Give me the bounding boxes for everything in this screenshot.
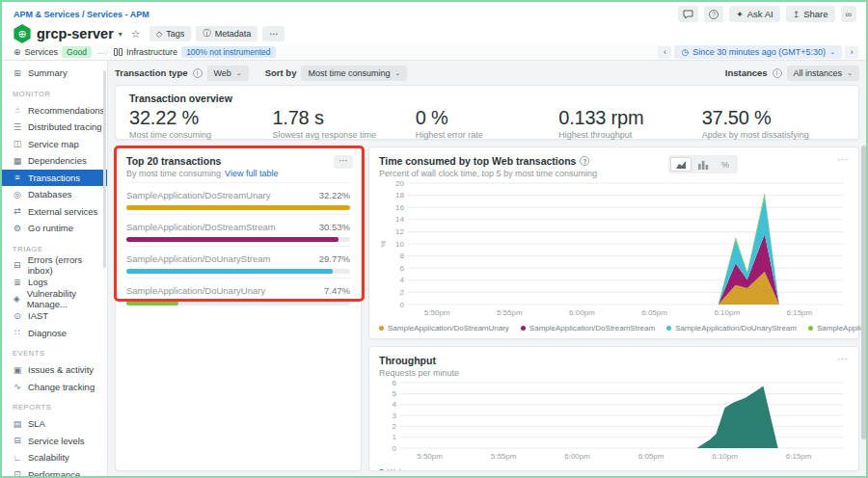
transaction-bar-track [126, 301, 350, 305]
legend-label: Web [388, 467, 403, 471]
sla-icon: ▤ [13, 419, 22, 429]
runtime-gear-icon: ⚙ [13, 224, 22, 233]
ask-ai-button[interactable]: ✦Ask AI [729, 6, 779, 22]
service-chevron-down-icon[interactable]: ▾ [119, 30, 122, 39]
transactions-icon: ≡ [13, 173, 22, 182]
legend-item-sampleapplication-dostreamstream[interactable]: SampleApplication/DoStreamStream [521, 324, 655, 332]
tags-button[interactable]: ◇Tags [149, 26, 192, 41]
services-label[interactable]: Services [25, 47, 59, 57]
time-consumed-panel: Time consumed by top Web transactions? P… [368, 146, 859, 339]
sparkle-icon: ✦ [736, 10, 744, 19]
svg-text:5: 5 [393, 389, 397, 398]
svg-text:6:05pm: 6:05pm [641, 308, 667, 317]
info-icon[interactable]: i [193, 68, 203, 78]
service-name[interactable]: grcp-server [37, 26, 114, 41]
sidebar-item-service-map[interactable]: ◫Service map [2, 136, 107, 153]
sidebar-item-performance[interactable]: ⊡Performance [2, 466, 107, 477]
legend-item-sampleapplication-dounarystream[interactable]: SampleApplication/DoUnaryStream [666, 324, 797, 332]
transaction-bar [126, 301, 178, 305]
svg-text:20: 20 [395, 179, 404, 188]
transaction-name: SampleApplication/DoStreamUnary [126, 190, 270, 200]
legend-label: SampleApplication/DoUnaryUnary [817, 324, 866, 332]
throughput-subtitle: Requests per minute [379, 368, 459, 378]
transaction-row[interactable]: SampleApplication/DoUnaryStream29.77% [126, 246, 350, 278]
legend-dot-icon [379, 469, 384, 471]
tag-icon: ◇ [156, 29, 163, 39]
transaction-row[interactable]: SampleApplication/DoUnaryUnary7.47% [126, 278, 350, 309]
time-consumed-chart[interactable]: 024681012141618205:50pm5:55pm6:00pm6:05p… [379, 178, 851, 319]
time-picker-label: Since 30 minutes ago (GMT+5:30) [692, 47, 826, 57]
databases-icon: ◎ [13, 190, 22, 199]
sidebar-item-summary[interactable]: ⊞Summary [2, 65, 107, 82]
copy-link-button[interactable]: ∞ [841, 6, 856, 22]
legend-item-sampleapplication-dostreamunary[interactable]: SampleApplication/DoStreamUnary [379, 324, 509, 332]
sidebar-item-vulnerability-manage[interactable]: ◈Vulnerability Manage... [2, 291, 107, 308]
sidebar-item-recommendations[interactable]: ☝Recommendations [2, 102, 107, 120]
main-scrollbar[interactable] [861, 146, 866, 439]
time-next-button[interactable]: › [845, 46, 858, 59]
breadcrumb[interactable]: APM & Services / Services - APM [14, 10, 149, 19]
sidebar-item-label: Recommendations [28, 105, 104, 116]
bar-chart-toggle[interactable] [692, 157, 714, 172]
feedback-button[interactable] [678, 6, 698, 22]
metadata-button[interactable]: ⓘMetadata [196, 26, 258, 41]
sidebar-item-scalability[interactable]: ∟Scalability [2, 449, 107, 466]
services-status-badge: Good [62, 46, 92, 58]
sidebar-item-diagnose[interactable]: ∷Diagnose [2, 325, 107, 342]
sidebar-item-transactions[interactable]: ≡Transactions [2, 170, 107, 187]
help-icon[interactable]: ? [580, 156, 589, 166]
transaction-row[interactable]: SampleApplication/DoStreamStream30.53% [126, 214, 350, 246]
service-hexagon-icon: ⊕ [13, 24, 32, 43]
tags-label: Tags [166, 29, 184, 39]
help-button[interactable]: ? [704, 6, 723, 22]
sidebar-item-label: Service levels [28, 436, 85, 446]
svg-text:6:00pm: 6:00pm [564, 452, 590, 461]
iast-icon: ⊙ [13, 311, 22, 321]
app-header: APM & Services / Services - APM ? ✦Ask A… [2, 2, 866, 61]
instances-select[interactable]: All instances⌄ [787, 66, 859, 81]
area-chart-toggle[interactable] [670, 157, 692, 172]
sidebar-item-label: Performance [28, 469, 80, 476]
favorite-star-icon[interactable]: ☆ [131, 28, 141, 40]
sidebar-item-databases[interactable]: ◎Databases [2, 186, 107, 203]
info-icon[interactable]: i [773, 68, 782, 78]
top20-more-button[interactable]: ⋯ [334, 155, 353, 169]
transaction-row[interactable]: SampleApplication/DoStreamUnary32.22% [126, 182, 350, 214]
sidebar-item-iast[interactable]: ⊙IAST [2, 307, 107, 325]
legend-item-web[interactable]: Web [379, 467, 403, 471]
transaction-type-select[interactable]: Web⌄ [207, 66, 249, 81]
share-button[interactable]: ↥Share [786, 6, 835, 22]
transaction-name: SampleApplication/DoUnaryUnary [126, 285, 265, 296]
sidebar-item-label: Transactions [28, 173, 80, 183]
time-prev-button[interactable]: ‹ [658, 46, 671, 59]
throughput-chart[interactable]: 01234565:50pm5:55pm6:00pm6:05pm6:10pm6:1… [379, 378, 851, 463]
sidebar-item-external-services[interactable]: ⇄External services [2, 203, 107, 221]
chevron-down-icon: ⌄ [394, 69, 400, 77]
metric-value: 1.78 s [272, 107, 415, 129]
sidebar-item-issues-activity[interactable]: ▣Issues & activity [2, 361, 107, 379]
instances-label: Instances [725, 67, 768, 78]
svg-text:6:15pm: 6:15pm [787, 308, 813, 317]
sidebar-item-change-tracking[interactable]: ∿Change tracking [2, 379, 107, 396]
time-consumed-more-button[interactable]: ⋯ [837, 153, 849, 166]
performance-icon: ⊡ [13, 469, 22, 476]
sidebar-item-dependencies[interactable]: ▦Dependencies [2, 152, 107, 170]
sidebar-item-service-levels[interactable]: ⊟Service levels [2, 433, 107, 450]
sidebar-item-errors-errors-inbox[interactable]: ⊟Errors (errors inbox) [2, 257, 107, 275]
throughput-more-button[interactable]: ⋯ [837, 353, 849, 365]
view-full-table-link[interactable]: View full table [225, 169, 278, 178]
sidebar-item-distributed-tracing[interactable]: ☰Distributed tracing [2, 119, 107, 136]
time-picker[interactable]: ◷Since 30 minutes ago (GMT+5:30)⌄ [674, 45, 842, 59]
external-services-icon: ⇄ [13, 206, 22, 216]
sidebar-item-go-runtime[interactable]: ⚙Go runtime [2, 220, 107, 237]
sort-by-select[interactable]: Most time consuming⌄ [301, 66, 407, 81]
sidebar-item-sla[interactable]: ▤SLA [2, 415, 107, 433]
svg-text:2: 2 [400, 288, 405, 297]
legend-item-sampleapplication-dounaryunary[interactable]: SampleApplication/DoUnaryUnary [808, 324, 866, 332]
sidebar-scrollbar[interactable] [103, 70, 106, 268]
header-more-button[interactable]: ⋯ [262, 26, 285, 41]
percent-toggle[interactable]: % [715, 157, 736, 172]
svg-text:1: 1 [393, 433, 397, 441]
infrastructure-label[interactable]: Infrastructure [126, 47, 177, 57]
recommendations-icon: ☝ [13, 105, 22, 115]
